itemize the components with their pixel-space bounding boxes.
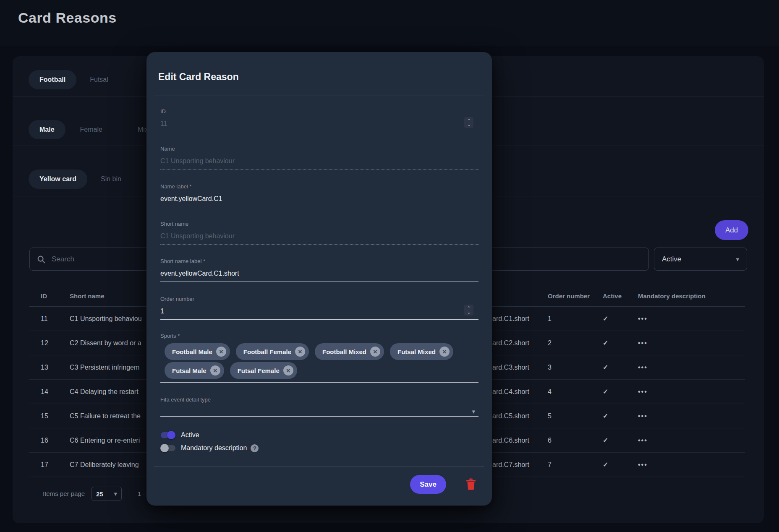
chevron-down-icon: ▾: [736, 256, 739, 263]
chip-label: Football Female: [243, 348, 291, 355]
active-check-icon: ✓: [603, 331, 608, 355]
more-dots-icon[interactable]: •••: [638, 453, 648, 477]
more-dots-icon[interactable]: •••: [638, 331, 648, 355]
delete-trash-icon[interactable]: [466, 478, 476, 490]
fifa-select[interactable]: ▾: [160, 407, 478, 417]
cell-short-name: C6 Entering or re-enteri: [70, 428, 140, 453]
cell-order: 1: [548, 307, 552, 331]
status-filter-select[interactable]: Active ▾: [654, 248, 747, 271]
field-name-input: [160, 156, 478, 166]
tab-futsal-label: Futsal: [90, 76, 108, 83]
active-check-icon: ✓: [603, 453, 608, 477]
cell-short-name: C4 Delaying the restart: [70, 380, 139, 404]
cell-id: 17: [41, 453, 48, 477]
toggle-thumb: [167, 431, 175, 439]
chevron-down-icon[interactable]: ⌄: [467, 123, 471, 127]
header-mandatory-description: Mandatory description: [638, 285, 706, 307]
save-button[interactable]: Save: [410, 475, 446, 494]
cell-short-name: C3 Persistent infringem: [70, 355, 139, 380]
chevron-down-icon[interactable]: ⌄: [467, 310, 471, 314]
field-fifa-label: Fifa event detail type: [160, 396, 478, 403]
active-toggle[interactable]: [160, 430, 176, 440]
tab-football[interactable]: Football: [29, 70, 76, 89]
items-per-page-label: Items per page: [43, 490, 85, 497]
chip-football-male[interactable]: Football Male ✕: [165, 343, 230, 360]
page-size-select[interactable]: 25 ▾: [91, 487, 122, 501]
add-button[interactable]: Add: [715, 220, 748, 240]
chip-futsal-mixed[interactable]: Futsal Mixed ✕: [390, 343, 453, 360]
chevron-down-icon: ▾: [114, 490, 117, 498]
chip-football-mixed[interactable]: Football Mixed ✕: [315, 343, 384, 360]
cell-label-tail: ard.C1.short: [492, 307, 529, 331]
mandatory-toggle-label: Mandatory description: [181, 444, 247, 452]
chevron-down-icon[interactable]: ▾: [472, 408, 475, 415]
field-order-number-label: Order number: [160, 296, 478, 303]
chip-futsal-female[interactable]: Futsal Female ✕: [230, 362, 297, 379]
active-check-icon: ✓: [603, 380, 608, 404]
cell-short-name: C7 Deliberately leaving: [70, 453, 139, 477]
dialog-title: Edit Card Reason: [158, 71, 239, 83]
chip-remove-icon[interactable]: ✕: [283, 365, 293, 376]
active-toggle-row: Active: [160, 430, 199, 440]
more-dots-icon[interactable]: •••: [638, 355, 648, 380]
sport-tab-group: Football Futsal: [29, 70, 119, 89]
field-sports: Sports * Football Male ✕ Football Female…: [160, 333, 478, 383]
edit-card-reason-dialog: Edit Card Reason ID ⌃ ⌄ Name Name label …: [146, 52, 492, 506]
field-order-number: Order number ⌃ ⌄: [160, 296, 478, 320]
cell-id: 16: [41, 428, 48, 453]
tab-female-label: Female: [80, 126, 102, 133]
field-short-name-label-input[interactable]: [160, 269, 478, 278]
page-size-value: 25: [96, 490, 103, 498]
chip-remove-icon[interactable]: ✕: [216, 347, 226, 357]
chip-futsal-male[interactable]: Futsal Male ✕: [165, 362, 224, 379]
mandatory-description-toggle[interactable]: [160, 443, 176, 453]
active-check-icon: ✓: [603, 404, 608, 428]
more-dots-icon[interactable]: •••: [638, 428, 648, 453]
tab-yellow-card-label: Yellow card: [39, 175, 76, 183]
tab-football-label: Football: [39, 76, 65, 83]
active-check-icon: ✓: [603, 307, 608, 331]
chip-remove-icon[interactable]: ✕: [370, 347, 380, 357]
chip-label: Futsal Male: [172, 367, 207, 374]
tab-sin-bin-label: Sin bin: [101, 175, 121, 183]
field-name-label-input[interactable]: [160, 194, 478, 203]
field-order-number-input[interactable]: [160, 306, 478, 316]
mandatory-toggle-row: Mandatory description ?: [160, 443, 259, 453]
cell-order: 4: [548, 380, 552, 404]
tab-male[interactable]: Male: [29, 120, 65, 139]
chip-football-female[interactable]: Football Female ✕: [236, 343, 309, 360]
chip-label: Football Male: [172, 348, 212, 355]
field-sports-label: Sports *: [160, 333, 478, 339]
sports-chip-list: Football Male ✕ Football Female ✕ Footba…: [165, 343, 478, 382]
divider: [154, 96, 484, 96]
chip-remove-icon[interactable]: ✕: [295, 347, 305, 357]
field-id-label: ID: [160, 108, 478, 115]
header-order-number: Order number: [548, 285, 590, 307]
cell-short-name: C1 Unsporting behaviou: [70, 307, 142, 331]
chip-remove-icon[interactable]: ✕: [210, 365, 220, 376]
cell-label-tail: ard.C5.short: [492, 404, 529, 428]
tab-yellow-card[interactable]: Yellow card: [29, 170, 87, 189]
more-dots-icon[interactable]: •••: [638, 404, 648, 428]
cell-order: 7: [548, 453, 552, 477]
cell-short-name: C2 Dissent by word or a: [70, 331, 141, 355]
cell-order: 3: [548, 355, 552, 380]
field-id: ID ⌃ ⌄: [160, 108, 478, 132]
more-dots-icon[interactable]: •••: [638, 380, 648, 404]
tab-sin-bin[interactable]: Sin bin: [90, 170, 132, 189]
field-short-name-input: [160, 231, 478, 241]
number-stepper[interactable]: ⌃ ⌄: [464, 117, 473, 128]
tab-futsal[interactable]: Futsal: [79, 70, 119, 89]
app-header: Card Reasons: [0, 0, 779, 46]
active-check-icon: ✓: [603, 428, 608, 453]
tab-female[interactable]: Female: [69, 120, 113, 139]
more-dots-icon[interactable]: •••: [638, 307, 648, 331]
chip-label: Futsal Female: [238, 367, 280, 374]
number-stepper[interactable]: ⌃ ⌄: [464, 305, 473, 316]
field-name-label: Name label *: [160, 183, 478, 207]
header-short-name: Short name: [70, 285, 105, 307]
cell-order: 5: [548, 404, 552, 428]
chip-remove-icon[interactable]: ✕: [439, 347, 450, 357]
cell-label-tail: ard.C4.short: [492, 380, 529, 404]
help-icon[interactable]: ?: [251, 444, 259, 452]
